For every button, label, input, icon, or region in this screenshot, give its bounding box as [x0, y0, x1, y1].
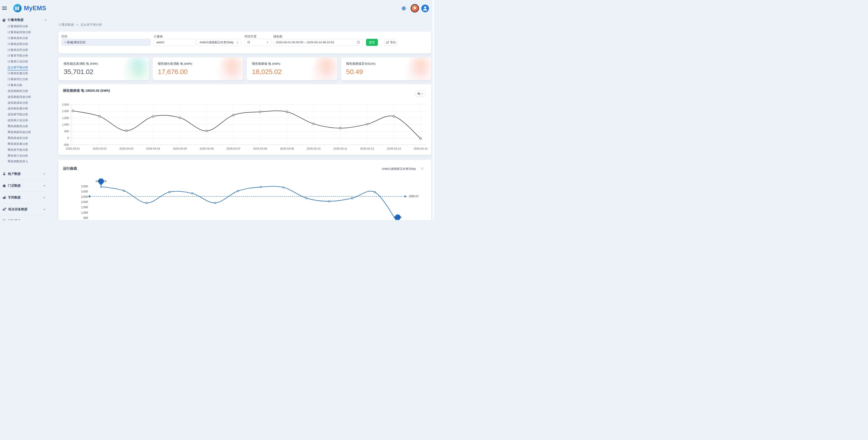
sidebar-item[interactable]: 总分表平衡分析: [0, 65, 50, 70]
updown-arrows-icon: [266, 41, 269, 44]
sidebar-item[interactable]: 计量表对比分析: [0, 76, 50, 82]
difference-line-chart: 2025-03-012025-03-022025-03-032025-03-04…: [58, 84, 431, 155]
chevron-down-icon: [43, 196, 46, 199]
sidebar: 计量表数据计量表能耗分析计量表碳排放分析计量表成本分析计量表趋势分析计量表实时分…: [0, 16, 50, 220]
svg-text:3,500: 3,500: [81, 185, 88, 188]
sidebar-item[interactable]: 计量表能耗分析: [0, 23, 50, 29]
sidebar-section[interactable]: 辅助系统: [2, 215, 46, 220]
gears-icon: [2, 207, 7, 211]
card-value: 50.49: [346, 68, 432, 76]
sidebar-section[interactable]: 门店数据: [2, 179, 46, 192]
chevron-down-icon: [43, 173, 46, 175]
difference-chart-panel: 报告期差值 电 18025.02 (kWh) 电 2025-03-012025-…: [58, 84, 431, 155]
chevron-down-icon: [43, 220, 46, 220]
svg-text:1,000: 1,000: [81, 211, 88, 214]
meter-select[interactable]: AHb01进线柜正向有功Wp: [197, 39, 241, 46]
sidebar-item[interactable]: 虚拟表节能分析: [0, 111, 50, 117]
meter-label: 计量表: [154, 35, 163, 39]
filter-panel: 空间 一度城/调试空间 计量表 ahb01 AHb01进线柜正向有功Wp 时间尺…: [58, 32, 431, 53]
factory-icon: [2, 196, 6, 199]
svg-text:2025-03-05: 2025-03-05: [173, 147, 187, 150]
sidebar-section[interactable]: 租户数据: [2, 168, 46, 179]
sidebar-item[interactable]: 离线表能耗分析: [0, 123, 50, 129]
sidebar-item[interactable]: 计量表成本分析: [0, 35, 50, 41]
sidebar-item[interactable]: 计量表碳排放分析: [0, 29, 50, 35]
breadcrumb-parent[interactable]: 计量表数据: [59, 23, 74, 26]
submit-button[interactable]: 提交: [366, 39, 378, 46]
sidebar-item[interactable]: 计量表趋势分析: [0, 41, 50, 47]
sidebar-item[interactable]: 计量表台账: [0, 82, 50, 88]
svg-text:2025-03-13: 2025-03-13: [387, 147, 401, 150]
sidebar-item[interactable]: 离线表碳排放分析: [0, 129, 50, 135]
svg-text:2025-03-03: 2025-03-03: [119, 147, 133, 150]
sidebar-item[interactable]: 计量表计划分析: [0, 59, 50, 65]
breadcrumb: 计量表数据 » 总分表平衡分析: [59, 23, 102, 27]
trend-chart-panel: 运行曲线 AHb01进线柜正向有功Wp 3,5003,0002,5002,000…: [58, 160, 431, 220]
sidebar-item[interactable]: 虚拟表碳排放分析: [0, 94, 50, 100]
sidebar-item[interactable]: 离线表数据录入: [0, 159, 50, 164]
meter-search-input[interactable]: ahb01: [154, 39, 195, 46]
top-navbar: MyEMS: [0, 0, 434, 16]
svg-text:2025-03-12: 2025-03-12: [360, 147, 374, 150]
sidebar-item[interactable]: 虚拟表批量分析: [0, 106, 50, 111]
sidebar-item[interactable]: 虚拟表能耗分析: [0, 88, 50, 94]
trend-line-chart: 3,5003,0002,5002,0001,5001,0005002550.07…: [58, 160, 431, 220]
svg-text:2550.07: 2550.07: [409, 195, 419, 198]
svg-text:1,500: 1,500: [81, 206, 88, 209]
space-input[interactable]: 一度城/调试空间: [61, 39, 151, 46]
svg-text:2,000: 2,000: [62, 110, 69, 113]
card-value: 18,025.02: [252, 68, 337, 76]
sidebar-item[interactable]: 计量表节能分析: [0, 53, 50, 59]
svg-text:0: 0: [67, 136, 69, 140]
svg-text:2,500: 2,500: [81, 195, 88, 198]
page-scrollbar[interactable]: [432, 0, 434, 220]
menu-toggle-icon[interactable]: [2, 7, 7, 10]
user-avatar[interactable]: [421, 4, 429, 12]
reporting-period-input[interactable]: 2025-03-01 00:00:00 ~ 2025-03-14 08:10:0…: [273, 39, 363, 46]
notifications-bell-icon[interactable]: [411, 4, 419, 12]
calendar-icon: [357, 41, 360, 44]
sidebar-item[interactable]: 计量表实时分析: [0, 47, 50, 53]
sidebar-section-meter-data[interactable]: 计量表数据: [0, 16, 50, 23]
sidebar-item[interactable]: 虚拟表计划分析: [0, 117, 50, 123]
reporting-period-label: 报告期: [273, 35, 282, 39]
card-difference-percent: 报告期差值百分比(%) 50.49: [341, 58, 432, 80]
export-icon: [386, 41, 389, 44]
brand-name: MyEMS: [24, 5, 46, 12]
card-value: 17,676.00: [158, 68, 243, 76]
shopping-bag-icon: [2, 184, 6, 188]
sidebar-item[interactable]: 虚拟表成本分析: [0, 100, 50, 106]
svg-text:2025-03-06: 2025-03-06: [199, 147, 214, 150]
sidebar-item[interactable]: 计量表批量分析: [0, 70, 50, 76]
myems-logo-icon: [13, 4, 22, 12]
period-granularity-select[interactable]: 日: [245, 39, 271, 46]
settings-gear-icon[interactable]: [399, 4, 408, 13]
sidebar-item[interactable]: 离线表批量分析: [0, 141, 50, 147]
svg-text:2,000: 2,000: [81, 201, 88, 204]
updown-arrows-icon: [236, 41, 239, 44]
sidebar-section[interactable]: 组合设备数据: [2, 203, 46, 215]
brand-logo[interactable]: MyEMS: [13, 4, 46, 12]
summary-cards: 报告期总表消耗 电 (kWh) 35,701.02 报告期分表消耗 电 (kWh…: [58, 58, 431, 80]
chevron-down-icon: [43, 208, 46, 211]
period-granularity-label: 时间尺度: [245, 35, 256, 39]
card-submeter-consumption: 报告期分表消耗 电 (kWh) 17,676.00: [153, 58, 243, 80]
svg-text:2025-03-14: 2025-03-14: [413, 147, 428, 150]
svg-text:2025-03-04: 2025-03-04: [146, 147, 160, 150]
export-button[interactable]: 导出: [384, 39, 397, 46]
sidebar-item[interactable]: 离线表节能分析: [0, 147, 50, 153]
sidebar-item[interactable]: 离线表计划分析: [0, 153, 50, 159]
svg-text:500: 500: [64, 130, 69, 133]
card-value: 35,701.02: [64, 68, 149, 76]
card-master-meter-consumption: 报告期总表消耗 电 (kWh) 35,701.02: [58, 58, 149, 80]
svg-text:2025-03-10: 2025-03-10: [307, 147, 321, 150]
svg-text:2025-03-09: 2025-03-09: [280, 147, 294, 150]
pie-chart-icon: [2, 18, 6, 22]
svg-text:41.016: 41.016: [394, 216, 402, 218]
sidebar-item[interactable]: 离线表成本分析: [0, 135, 50, 141]
svg-text:2025-03-01: 2025-03-01: [66, 147, 80, 150]
svg-text:1,500: 1,500: [62, 116, 69, 120]
sidebar-section[interactable]: 车间数据: [2, 192, 46, 203]
svg-text:3,000: 3,000: [81, 190, 88, 193]
svg-text:2025-03-07: 2025-03-07: [226, 147, 240, 150]
